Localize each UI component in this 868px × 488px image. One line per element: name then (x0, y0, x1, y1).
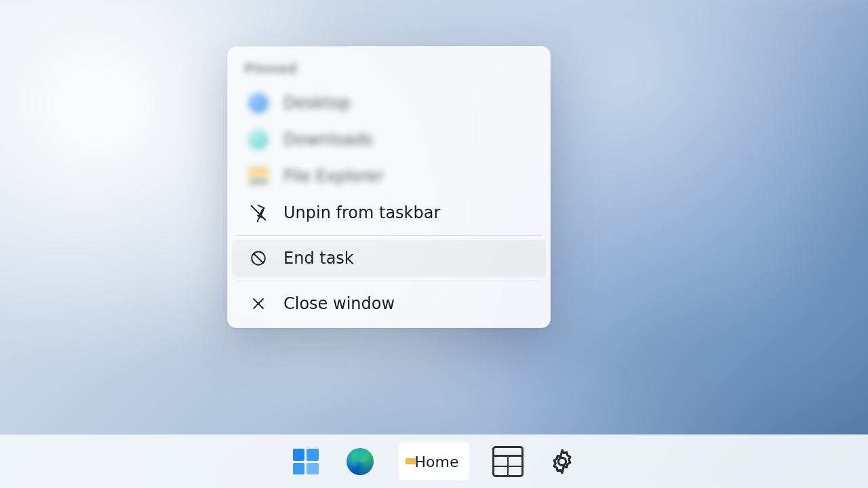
gear-icon (548, 447, 576, 476)
edge-button[interactable] (344, 445, 376, 478)
close-window[interactable]: Close window (232, 285, 546, 322)
end-task[interactable]: End task (232, 240, 546, 277)
context-menu-pinned-item[interactable]: Desktop (232, 85, 546, 121)
context-menu-item-label: Close window (283, 294, 395, 314)
context-menu-item-label: Unpin from taskbar (283, 203, 440, 223)
edge-icon (347, 448, 374, 475)
desktop-pin-icon (248, 93, 269, 113)
context-menu-item-label: File Explorer (283, 167, 384, 186)
unpin-from-taskbar[interactable]: Unpin from taskbar (232, 195, 546, 231)
taskbar-context-menu: Pinned Desktop Downloads File Explorer U… (227, 46, 551, 328)
context-menu-section-title: Pinned (228, 55, 550, 85)
context-menu-divider (236, 281, 542, 281)
unpin-icon (248, 203, 269, 223)
file-explorer-label: Home (415, 453, 459, 470)
downloads-pin-icon (248, 129, 269, 150)
taskbar: Home (0, 434, 868, 488)
context-menu-item-label: End task (283, 249, 354, 268)
svg-line-2 (254, 253, 263, 263)
close-icon (248, 293, 269, 314)
calculator-button[interactable] (492, 445, 524, 478)
context-menu-item-label: Downloads (283, 130, 373, 150)
calculator-icon (492, 446, 524, 477)
file-explorer-button[interactable]: Home (398, 442, 471, 481)
context-menu-divider (236, 235, 542, 236)
svg-point-5 (559, 458, 566, 465)
windows-logo-icon (293, 449, 319, 474)
start-button[interactable] (290, 445, 322, 478)
context-menu-pinned-item[interactable]: File Explorer (232, 158, 546, 195)
context-menu-item-label: Desktop (283, 94, 351, 113)
prohibit-icon (248, 248, 269, 268)
settings-button[interactable] (546, 445, 578, 478)
file-explorer-pin-icon (248, 166, 269, 186)
context-menu-pinned-item[interactable]: Downloads (232, 121, 546, 158)
